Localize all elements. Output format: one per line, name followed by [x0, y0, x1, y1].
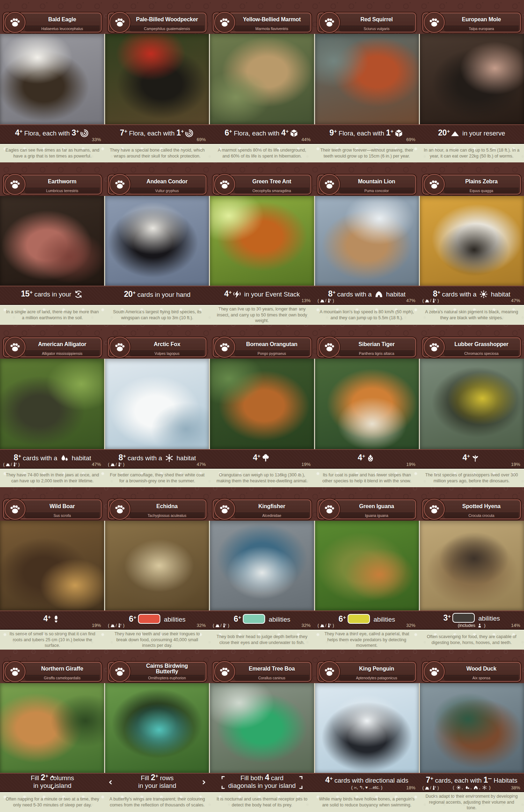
- condition-line: 9+ Flora, each with 1+: [329, 129, 404, 138]
- photo-strip: [0, 521, 524, 610]
- condition-text: abilities: [267, 616, 290, 623]
- header-cell: European Mole Talpa europaea: [419, 13, 524, 32]
- paw-icon: [424, 337, 445, 358]
- cave-habitat-icon: [473, 785, 478, 790]
- header-strip: American Alligator Alligator mississippi…: [0, 325, 524, 359]
- condition-number: 4+: [253, 453, 260, 462]
- condition-line: 8+ cards with a habitat: [433, 290, 510, 299]
- animal-photo: [0, 683, 104, 773]
- condition-text: cards with a: [440, 291, 478, 298]
- card-header-banner: Arctic Fox Vulpes lagopus: [108, 337, 206, 357]
- animal-fact: Often scavenging for food, they are capa…: [419, 630, 524, 650]
- card-header-banner: Bald Eagle Haliaeetus leucocephalus: [3, 13, 102, 32]
- banner-text: King Penguin Aptenodytes patagonicus: [339, 663, 414, 681]
- card-header-banner: Spotted Hyena Crocuta crocuta: [422, 499, 521, 519]
- scoring-condition: 6+ abilities( / )32%: [210, 611, 314, 629]
- soil-mound-icon: [451, 129, 459, 138]
- animal-photo: [105, 359, 209, 449]
- climate-icon: [117, 623, 122, 628]
- scientific-name: Pongo pygmaeus: [234, 351, 309, 357]
- condition-number: 1⁻: [483, 775, 492, 784]
- condition-number: 4+: [43, 614, 51, 623]
- header-cell: Arctic Fox Vulpes lagopus: [105, 337, 210, 357]
- condition-number: 9+: [329, 128, 337, 137]
- direction-arrow-icon: [297, 784, 306, 792]
- condition-number: 4+: [463, 453, 470, 462]
- percentage-badge: 47%: [92, 462, 101, 467]
- condition-line: 6+ abilities: [234, 614, 290, 624]
- condition-text: habitat: [175, 454, 196, 462]
- animal-photo: [210, 34, 314, 124]
- banner-text: Plains Zebra Equus quagga: [444, 175, 519, 194]
- percentage-badge: 32%: [406, 623, 415, 628]
- header-cell: King Penguin Aptenodytes patagonicus: [314, 662, 419, 682]
- header-strip: Wild Boar Sus scrofa Echidna Tachyglossu…: [0, 487, 524, 521]
- animal-name: Bald Eagle: [48, 13, 76, 26]
- animal-fact: For better camouflage, they shed their w…: [105, 469, 210, 487]
- scientific-name: Aix sponsa: [444, 675, 519, 681]
- scoring-condition: 20+ cards in your hand: [105, 286, 210, 305]
- condition-number: 15+: [21, 289, 32, 298]
- scoring-condition: 4+19%: [419, 450, 524, 468]
- card-header-banner: Echidna Tachyglossus aculeatus: [108, 499, 206, 519]
- island-icon: [320, 623, 325, 628]
- animal-fact: Ducks adapt to their environment by deve…: [419, 792, 524, 812]
- header-cell: Earthworm Lumbricus terrestris: [0, 175, 105, 195]
- water-habitat-icon: [60, 454, 69, 462]
- animal-name: Green Tree Ant: [252, 175, 291, 188]
- paw-icon: [424, 174, 445, 195]
- paw-icon: [214, 337, 235, 358]
- island-climate-note: ( / ): [422, 298, 439, 303]
- paw-icon: [5, 174, 26, 195]
- condition-line: Fill 2+ columnsin your island: [31, 773, 74, 789]
- animal-name: Wild Boar: [50, 500, 75, 513]
- banner-text: Yellow-Bellied Marmot Marmota flaviventr…: [234, 13, 309, 32]
- paw-icon: [214, 499, 235, 520]
- climate-icon: [431, 298, 437, 303]
- percentage-badge: 38%: [511, 785, 520, 790]
- card-header-banner: Wild Boar Sus scrofa: [3, 499, 102, 519]
- condition-text: cards with a: [335, 291, 373, 298]
- scoring-condition: 4+ Flora, each with 3+33%: [0, 125, 105, 143]
- condition-number: 3+: [443, 613, 451, 622]
- header-cell: Bald Eagle Haliaeetus leucocephalus: [0, 13, 105, 32]
- animal-photo: [210, 359, 314, 449]
- condition-text: rows: [158, 774, 174, 782]
- animal-fact: A zebra's natural skin pigment is black,…: [419, 305, 524, 325]
- animal-photo: [420, 521, 524, 610]
- percentage-badge: 33%: [92, 137, 101, 142]
- condition-number: 1+: [386, 128, 393, 137]
- header-cell: American Alligator Alligator mississippi…: [0, 337, 105, 357]
- condition-subline: ( , , , ): [453, 785, 490, 790]
- animal-fact: They have a special bone called the hyoi…: [105, 144, 210, 162]
- fact-strip: Its sense of smell is so strong that it …: [0, 630, 524, 650]
- condition-text: Habitats: [492, 777, 517, 784]
- condition-line: 8+ cards with a habitat: [14, 453, 91, 462]
- card-row: Earthworm Lumbricus terrestris Andean Co…: [0, 162, 524, 325]
- animal-name: Wood Duck: [466, 663, 496, 675]
- climate-icon: [117, 462, 122, 467]
- scoring-condition: 8+ cards with a habitat( / )47%: [419, 286, 524, 305]
- animal-photo: [105, 521, 209, 610]
- header-cell: Pale-Billed Woodpecker Campephilus guate…: [105, 13, 210, 32]
- paw-icon: [5, 499, 26, 520]
- animal-photo: [105, 196, 209, 286]
- scientific-name: Crocuta crocuta: [444, 513, 519, 519]
- banner-text: Kingfisher Alcedinidae: [234, 500, 309, 519]
- compost-icon: [74, 290, 83, 299]
- condition-text: card: [269, 774, 284, 782]
- paw-icon: [109, 499, 130, 520]
- scientific-name: Equus quagga: [444, 188, 519, 194]
- header-cell: Green Iguana Iguana iguana: [314, 499, 419, 519]
- animal-photo: [315, 521, 419, 610]
- scientific-name: Panthera tigris altaica: [339, 351, 414, 357]
- condition-text: ( ›‹, ↰, ♥ ...etc. ): [351, 785, 382, 790]
- scoring-condition: 4+ cards with directional aids( ›‹, ↰, ♥…: [314, 774, 419, 792]
- animal-name: Yellow-Bellied Marmot: [243, 13, 301, 26]
- scoring-condition: Fill 2+ columnsin your island: [0, 774, 105, 792]
- scientific-name: Aptenodytes patagonicus: [339, 675, 414, 681]
- percentage-badge: 69%: [197, 137, 206, 142]
- card-row: American Alligator Alligator mississippi…: [0, 325, 524, 487]
- scientific-name: Haliaeetus leucocephalus: [25, 26, 100, 32]
- condition-number: 2+: [151, 773, 158, 782]
